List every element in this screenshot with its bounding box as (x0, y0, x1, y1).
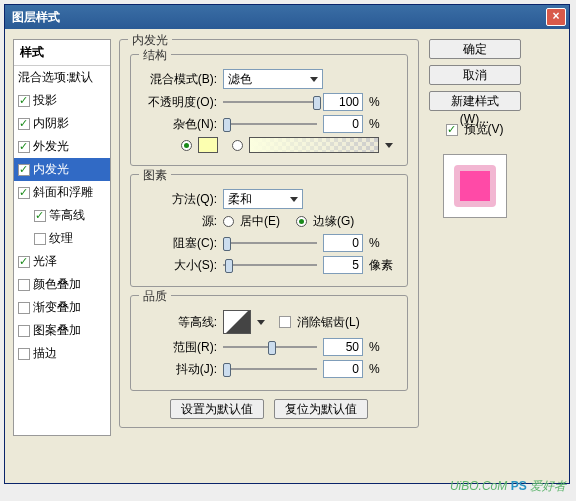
noise-slider[interactable] (223, 116, 317, 132)
color-radio[interactable] (181, 140, 192, 151)
technique-combo[interactable]: 柔和 (223, 189, 303, 209)
elements-group: 图素 方法(Q): 柔和 源: 居中(E) 边缘(G) 阻塞(C): 0 (130, 174, 408, 287)
style-item-bevel[interactable]: 斜面和浮雕 (14, 181, 110, 204)
source-center-label: 居中(E) (240, 213, 280, 230)
source-label: 源: (141, 213, 217, 230)
checkbox-icon[interactable] (18, 95, 30, 107)
checkbox-icon[interactable] (34, 210, 46, 222)
checkbox-icon[interactable] (18, 187, 30, 199)
style-item-shadow[interactable]: 投影 (14, 89, 110, 112)
contour-label: 等高线: (141, 314, 217, 331)
checkbox-icon[interactable] (18, 141, 30, 153)
quality-group: 品质 等高线: 消除锯齿(L) 范围(R): 50 % (130, 295, 408, 391)
preview-label: 预览(V) (464, 121, 504, 138)
blendmode-label: 混合模式(B): (141, 71, 217, 88)
gradient-radio[interactable] (232, 140, 243, 151)
source-center-radio[interactable] (223, 216, 234, 227)
jitter-input[interactable]: 0 (323, 360, 363, 378)
size-label: 大小(S): (141, 257, 217, 274)
noise-input[interactable]: 0 (323, 115, 363, 133)
style-item-texture[interactable]: 纹理 (14, 227, 110, 250)
style-item-coloroverlay[interactable]: 颜色叠加 (14, 273, 110, 296)
color-swatch[interactable] (198, 137, 218, 153)
style-item-outerglow[interactable]: 外发光 (14, 135, 110, 158)
size-slider[interactable] (223, 257, 317, 273)
style-list-header: 样式 (14, 40, 110, 66)
quality-title: 品质 (139, 288, 171, 305)
source-edge-label: 边缘(G) (313, 213, 354, 230)
checkbox-icon[interactable] (18, 118, 30, 130)
chevron-down-icon[interactable] (385, 143, 393, 148)
opacity-slider[interactable] (223, 94, 317, 110)
reset-default-button[interactable]: 复位为默认值 (274, 399, 368, 419)
checkbox-icon[interactable] (18, 256, 30, 268)
range-label: 范围(R): (141, 339, 217, 356)
main-group: 内发光 结构 混合模式(B): 滤色 不透明度(O): 100 % 杂色(N): (119, 39, 419, 428)
layer-style-dialog: 图层样式 × 样式 混合选项:默认 投影 内阴影 外发光 内发光 斜面和浮雕 等… (4, 4, 570, 484)
structure-title: 结构 (139, 47, 171, 64)
chevron-down-icon (290, 197, 298, 202)
style-item-contour[interactable]: 等高线 (14, 204, 110, 227)
chevron-down-icon[interactable] (257, 320, 265, 325)
titlebar[interactable]: 图层样式 × (5, 5, 569, 29)
preview-checkbox[interactable] (446, 124, 458, 136)
style-item-patternoverlay[interactable]: 图案叠加 (14, 319, 110, 342)
unit-label: 像素 (369, 257, 397, 274)
source-edge-radio[interactable] (296, 216, 307, 227)
unit-label: % (369, 117, 397, 131)
style-item-innerglow[interactable]: 内发光 (14, 158, 110, 181)
set-default-button[interactable]: 设置为默认值 (170, 399, 264, 419)
jitter-slider[interactable] (223, 361, 317, 377)
ok-button[interactable]: 确定 (429, 39, 521, 59)
antialias-checkbox[interactable] (279, 316, 291, 328)
choke-slider[interactable] (223, 235, 317, 251)
style-item-gradientoverlay[interactable]: 渐变叠加 (14, 296, 110, 319)
chevron-down-icon (310, 77, 318, 82)
blendmode-combo[interactable]: 滤色 (223, 69, 323, 89)
checkbox-icon[interactable] (18, 348, 30, 360)
unit-label: % (369, 236, 397, 250)
range-input[interactable]: 50 (323, 338, 363, 356)
unit-label: % (369, 95, 397, 109)
range-slider[interactable] (223, 339, 317, 355)
size-input[interactable]: 5 (323, 256, 363, 274)
checkbox-icon[interactable] (18, 302, 30, 314)
blend-options-item[interactable]: 混合选项:默认 (14, 66, 110, 89)
checkbox-icon[interactable] (34, 233, 46, 245)
unit-label: % (369, 340, 397, 354)
checkbox-icon[interactable] (18, 325, 30, 337)
gradient-preview[interactable] (249, 137, 379, 153)
style-list: 样式 混合选项:默认 投影 内阴影 外发光 内发光 斜面和浮雕 等高线 纹理 光… (13, 39, 111, 436)
contour-picker[interactable] (223, 310, 251, 334)
choke-input[interactable]: 0 (323, 234, 363, 252)
technique-label: 方法(Q): (141, 191, 217, 208)
structure-group: 结构 混合模式(B): 滤色 不透明度(O): 100 % 杂色(N): (130, 54, 408, 166)
cancel-button[interactable]: 取消 (429, 65, 521, 85)
opacity-input[interactable]: 100 (323, 93, 363, 111)
style-item-innershadow[interactable]: 内阴影 (14, 112, 110, 135)
checkbox-icon[interactable] (18, 279, 30, 291)
unit-label: % (369, 362, 397, 376)
new-style-button[interactable]: 新建样式(W)... (429, 91, 521, 111)
close-button[interactable]: × (546, 8, 566, 26)
jitter-label: 抖动(J): (141, 361, 217, 378)
dialog-title: 图层样式 (8, 9, 60, 26)
checkbox-icon[interactable] (18, 164, 30, 176)
elements-title: 图素 (139, 167, 171, 184)
style-item-stroke[interactable]: 描边 (14, 342, 110, 365)
watermark: UiBO.CoM PS 爱好者 (450, 478, 566, 495)
effect-preview (443, 154, 507, 218)
antialias-label: 消除锯齿(L) (297, 314, 360, 331)
noise-label: 杂色(N): (141, 116, 217, 133)
style-item-satin[interactable]: 光泽 (14, 250, 110, 273)
choke-label: 阻塞(C): (141, 235, 217, 252)
opacity-label: 不透明度(O): (141, 94, 217, 111)
